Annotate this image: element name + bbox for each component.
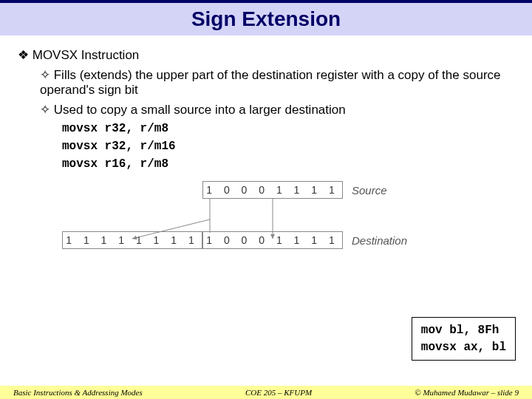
- syntax-line-1: movsx r32, r/m8: [62, 122, 514, 135]
- source-label: Source: [352, 184, 387, 197]
- code-line-1: mov bl, 8Fh: [421, 322, 506, 338]
- dest-upper-bits: 1 1 1 1 1 1 1 1: [62, 231, 202, 249]
- slide-title: Sign Extension: [0, 7, 532, 31]
- source-upper-blank: [62, 181, 202, 199]
- title-bar: Sign Extension: [0, 0, 532, 35]
- footer-bar: Basic Instructions & Addressing Modes CO…: [0, 386, 532, 399]
- code-line-2: movsx ax, bl: [421, 339, 506, 355]
- syntax-line-2: movsx r32, r/m16: [62, 140, 514, 153]
- dest-lower-bits: 1 0 0 0 1 1 1 1: [202, 231, 343, 249]
- bullet-used: Used to copy a small source into a large…: [40, 102, 514, 117]
- bullet-fills: Fills (extends) the upper part of the de…: [40, 67, 514, 98]
- footer-right: © Muhamed Mudawar – slide 9: [415, 388, 519, 397]
- destination-row: 1 1 1 1 1 1 1 1 1 0 0 0 1 1 1 1 Destinat…: [62, 231, 470, 249]
- footer-center: COE 205 – KFUPM: [245, 388, 312, 397]
- source-bits: 1 0 0 0 1 1 1 1: [202, 181, 343, 199]
- syntax-line-3: movsx r16, r/m8: [62, 157, 514, 171]
- slide-content: MOVSX Instruction Fills (extends) the up…: [0, 35, 532, 249]
- footer-left: Basic Instructions & Addressing Modes: [13, 388, 143, 397]
- example-code-box: mov bl, 8Fh movsx ax, bl: [412, 317, 516, 361]
- heading-movsx: MOVSX Instruction: [18, 47, 514, 63]
- sign-extension-diagram: 1 0 0 0 1 1 1 1 Source 1 1 1 1 1 1 1 1 1…: [62, 181, 470, 249]
- destination-label: Destination: [352, 234, 407, 247]
- source-row: 1 0 0 0 1 1 1 1 Source: [62, 181, 470, 199]
